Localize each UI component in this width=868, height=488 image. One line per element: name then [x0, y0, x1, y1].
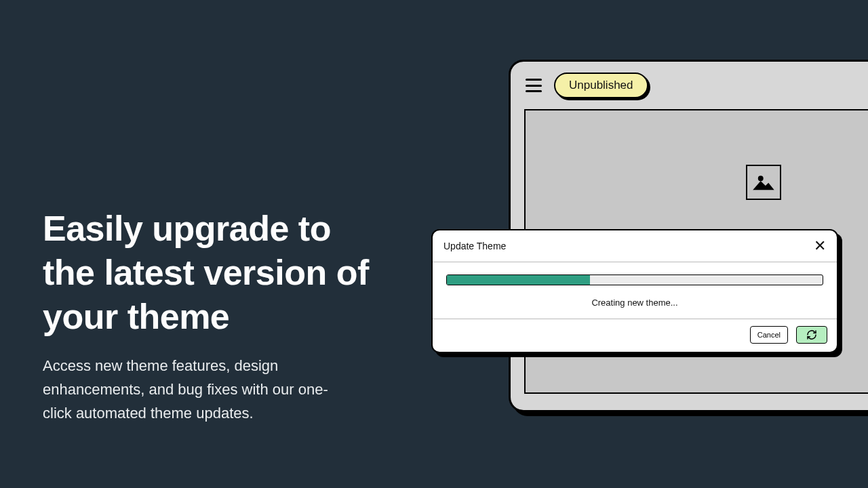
confirm-update-button[interactable]: [796, 326, 827, 344]
progress-bar: [446, 274, 823, 285]
dialog-title: Update Theme: [443, 241, 506, 251]
dialog-footer: Cancel: [433, 319, 837, 352]
image-placeholder-icon: [746, 165, 781, 200]
refresh-icon: [806, 329, 817, 340]
hamburger-menu-icon[interactable]: [526, 79, 542, 92]
svg-point-0: [759, 177, 762, 180]
progress-status-text: Creating new theme...: [446, 298, 823, 308]
progress-bar-fill: [447, 275, 590, 285]
update-theme-dialog: Update Theme ✕ Creating new theme... Can…: [431, 229, 838, 353]
close-icon[interactable]: ✕: [814, 239, 826, 253]
marketing-copy: Easily upgrade to the latest version of …: [43, 207, 382, 426]
publish-status-badge: Unpublished: [554, 73, 648, 98]
dialog-body: Creating new theme...: [433, 262, 837, 319]
headline: Easily upgrade to the latest version of …: [43, 207, 382, 339]
subheadline: Access new theme features, design enhanc…: [43, 354, 341, 426]
cancel-button[interactable]: Cancel: [750, 326, 788, 344]
dialog-header: Update Theme ✕: [433, 230, 837, 262]
app-top-bar: Unpublished: [511, 73, 868, 109]
